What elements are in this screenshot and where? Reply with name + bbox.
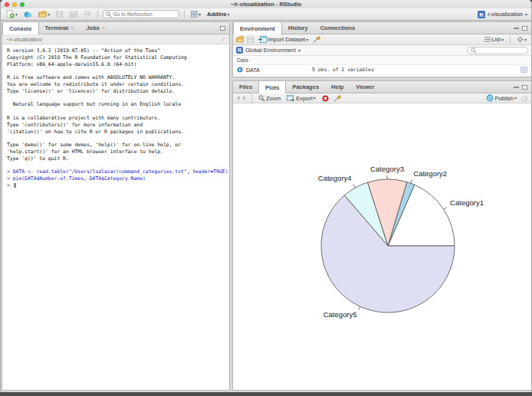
environment-scope-label[interactable]: Global Environment bbox=[245, 47, 296, 54]
export-icon bbox=[287, 95, 295, 102]
new-file-icon bbox=[6, 10, 15, 18]
r-project-icon: R bbox=[478, 11, 485, 18]
working-directory-bar: ~/r-visualization/ bbox=[2, 34, 229, 44]
tab-label: Viewer bbox=[356, 83, 374, 90]
environment-search-box[interactable] bbox=[467, 47, 528, 54]
goto-file-search[interactable] bbox=[103, 10, 179, 18]
tab-label: Connections bbox=[320, 25, 355, 31]
toolbar-separator bbox=[510, 35, 511, 44]
zoom-plot-button[interactable]: Zoom bbox=[257, 94, 282, 103]
tab-jobs[interactable]: Jobs× bbox=[80, 22, 111, 34]
clear-objects-broom-icon[interactable] bbox=[313, 36, 320, 43]
maximize-pane-icon[interactable] bbox=[522, 26, 527, 31]
project-name: r-visualization bbox=[488, 11, 523, 18]
tab-packages[interactable]: Packages bbox=[286, 81, 325, 93]
close-tab-icon[interactable]: × bbox=[102, 25, 105, 31]
publish-plot-button[interactable]: Publish ▾ bbox=[484, 93, 518, 103]
tab-history[interactable]: History bbox=[282, 22, 314, 34]
tab-files[interactable]: Files bbox=[233, 81, 258, 93]
main-toolbar: ▾ ▾ ▾ Addins ▾ bbox=[1, 8, 531, 21]
environment-search-input[interactable] bbox=[478, 47, 524, 53]
import-dataset-button[interactable]: Import Dataset ▾ bbox=[257, 35, 310, 44]
goto-file-input[interactable] bbox=[113, 11, 176, 17]
chevron-down-icon: ▾ bbox=[314, 96, 316, 100]
tab-label: Packages bbox=[292, 83, 319, 90]
tab-label: Environment bbox=[240, 25, 275, 32]
view-data-grid-icon[interactable] bbox=[521, 67, 527, 73]
console-output-line bbox=[7, 108, 225, 115]
environment-toolbar: Import Dataset ▾ List ▾ ▾ bbox=[233, 34, 531, 45]
save-all-icon bbox=[69, 11, 77, 18]
addins-label: Addins bbox=[207, 11, 226, 18]
publish-icon bbox=[486, 94, 494, 102]
save-button[interactable] bbox=[54, 10, 64, 18]
data-section-header: Data bbox=[233, 56, 531, 65]
console-pane: ConsoleTerminal×Jobs× ~/r-visualization/… bbox=[2, 21, 230, 391]
console-output-line: Natural language support but running in … bbox=[7, 101, 225, 108]
close-window-icon[interactable] bbox=[5, 2, 9, 7]
new-project-icon bbox=[24, 11, 32, 18]
save-all-button[interactable] bbox=[67, 10, 79, 19]
toolbar-separator bbox=[184, 10, 185, 18]
console-output-line: R is a collaborative project with many c… bbox=[7, 115, 225, 122]
clear-all-plots-broom-icon[interactable] bbox=[333, 95, 341, 102]
minimize-pane-icon[interactable] bbox=[514, 28, 519, 29]
pie-slice-label: Category2 bbox=[413, 169, 447, 178]
close-tab-icon[interactable]: × bbox=[71, 25, 74, 31]
console-output-line: Copyright (C) 2019 The R Foundation for … bbox=[7, 54, 225, 61]
tab-console[interactable]: Console bbox=[2, 22, 39, 34]
plots-pane: FilesPlotsPackagesHelpViewer Zoom Export… bbox=[232, 80, 532, 391]
search-icon bbox=[106, 11, 112, 18]
refresh-environment-button[interactable]: ▾ bbox=[515, 35, 528, 44]
save-workspace-icon[interactable] bbox=[247, 36, 254, 43]
next-plot-icon[interactable] bbox=[243, 96, 247, 100]
minimize-pane-icon[interactable] bbox=[514, 87, 519, 88]
tab-help[interactable]: Help bbox=[325, 81, 350, 93]
refresh-plot-icon[interactable] bbox=[521, 95, 528, 102]
toolbar-separator bbox=[97, 10, 98, 18]
r-environment-icon[interactable]: R bbox=[236, 47, 243, 54]
zoom-window-icon[interactable] bbox=[20, 2, 25, 7]
tab-environment[interactable]: Environment bbox=[233, 22, 282, 34]
console-output[interactable]: R version 3.6.1 (2019-07-05) -- "Action … bbox=[2, 44, 229, 390]
tab-connections[interactable]: Connections bbox=[314, 22, 361, 34]
export-plot-label: Export bbox=[296, 95, 313, 102]
new-file-button[interactable]: ▾ bbox=[5, 9, 19, 19]
list-view-button[interactable]: List ▾ bbox=[483, 35, 505, 44]
minimize-window-icon[interactable] bbox=[12, 2, 17, 7]
console-output-line bbox=[7, 162, 225, 169]
pane-layout-button[interactable]: ▾ bbox=[189, 10, 202, 18]
console-tab-bar: ConsoleTerminal×Jobs× bbox=[2, 22, 229, 34]
publish-plot-label: Publish bbox=[494, 95, 514, 102]
environment-object-row[interactable]: DATA5 obs. of 2 variables bbox=[233, 65, 531, 75]
chevron-down-icon: ▾ bbox=[306, 38, 308, 42]
source-editor-icon[interactable] bbox=[219, 36, 225, 42]
pane-layout-grid-icon bbox=[191, 11, 198, 18]
tab-label: Console bbox=[9, 25, 32, 32]
maximize-pane-icon[interactable] bbox=[220, 26, 225, 31]
tab-viewer[interactable]: Viewer bbox=[350, 81, 380, 93]
open-workspace-icon[interactable] bbox=[236, 36, 244, 43]
plots-toolbar: Zoom Export ▾ Publish ▾ bbox=[233, 93, 531, 103]
chevron-down-icon: ▾ bbox=[227, 12, 229, 17]
chevron-down-icon: ▾ bbox=[199, 12, 201, 17]
previous-plot-icon[interactable] bbox=[236, 96, 240, 100]
chevron-down-icon: ▾ bbox=[501, 38, 504, 42]
tab-terminal[interactable]: Terminal× bbox=[39, 22, 80, 34]
console-input-line: > pie(DATA$Number.of.Times, DATA$Categor… bbox=[7, 175, 225, 182]
pie-slice-label: Category3 bbox=[370, 165, 404, 173]
addins-button[interactable]: Addins ▾ bbox=[205, 10, 231, 18]
project-selector[interactable]: R r-visualization ▾ bbox=[478, 11, 527, 18]
object-summary: 5 obs. of 2 variables bbox=[312, 67, 521, 73]
print-button[interactable] bbox=[82, 10, 93, 18]
remove-plot-button[interactable] bbox=[320, 94, 330, 103]
environment-object-list: DATA5 obs. of 2 variables bbox=[233, 65, 531, 75]
maximize-pane-icon[interactable] bbox=[522, 85, 527, 90]
tab-plots[interactable]: Plots bbox=[258, 81, 286, 93]
working-directory-path: ~/r-visualization/ bbox=[6, 37, 42, 42]
plot-viewport[interactable]: Category1Category2Category3Category4Cate… bbox=[233, 103, 531, 391]
new-project-button[interactable] bbox=[22, 10, 34, 19]
open-file-button[interactable]: ▾ bbox=[37, 10, 51, 18]
export-plot-button[interactable]: Export ▾ bbox=[285, 94, 317, 103]
console-pane-tools bbox=[220, 22, 229, 34]
